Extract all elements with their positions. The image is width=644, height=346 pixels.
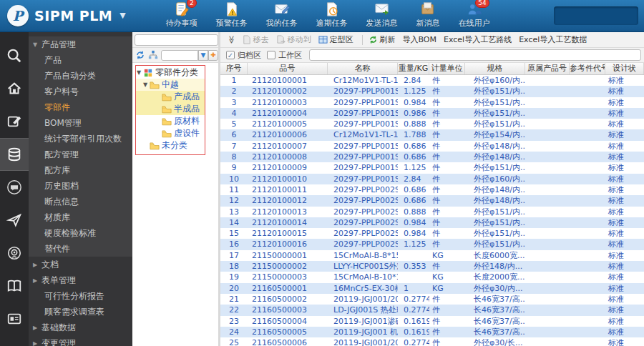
- table-row[interactable]: 162112010001620297-PPLP002S粗车坯料1.125件外径φ…: [220, 239, 644, 249]
- topbar-menu-warning-task[interactable]: 预警任务: [216, 1, 248, 29]
- table-row[interactable]: 42112010000420297-PPLP001S真空调质（...0.986件…: [220, 108, 644, 119]
- database-icon[interactable]: [0, 138, 29, 171]
- table-row[interactable]: 52112010000520297-PPLP001S磨加工半成...0.888件…: [220, 119, 644, 129]
- topbar-menu-new-message[interactable]: 新消息: [416, 1, 440, 29]
- quick-filter-input[interactable]: [309, 49, 641, 61]
- table-row[interactable]: 172115000000115CrMoAl-B-8*1500*6000KG长度6…: [220, 250, 644, 261]
- sidebar-item-断点信息[interactable]: 断点信息: [29, 194, 132, 209]
- tree-hierarchy-icon[interactable]: [148, 50, 158, 60]
- fixed-area-button[interactable]: 定型区: [318, 34, 353, 45]
- tree-filter-input[interactable]: [161, 50, 198, 61]
- sidebar-group-变更管理[interactable]: ▶变更管理: [29, 335, 132, 346]
- table-row[interactable]: 121120100001Cr12Mo1V1-TL-160/13（202...2.…: [220, 75, 644, 86]
- expand-arrow-icon[interactable]: ▼: [137, 69, 143, 76]
- column-header-设计状[interactable]: 设计状: [605, 63, 644, 74]
- table-row[interactable]: 132112010001320297-PPLP002S磨加工半成...0.888…: [220, 207, 644, 217]
- topbar-search-pill[interactable]: [554, 6, 638, 25]
- tree-node-未分类[interactable]: 未分类: [136, 139, 205, 152]
- sidebar-item-BOM管理[interactable]: BOM管理: [29, 115, 132, 131]
- table-row[interactable]: 82112010000820297-PPLP001S磨加工半成...0.686件…: [220, 152, 644, 162]
- table-row[interactable]: 192115000000315CrMoAl-B-10*1500*2000KG长度…: [220, 272, 644, 282]
- import-bom-button[interactable]: 导入BOM: [403, 34, 437, 45]
- home-icon[interactable]: [0, 72, 29, 105]
- table-row[interactable]: 22112010000220297-PPLP001S粗车坯料（...1.125件…: [220, 86, 644, 97]
- refresh-button[interactable]: 刷新: [369, 34, 396, 45]
- sidebar-group-产品管理[interactable]: ▼产品管理: [29, 36, 132, 52]
- sidebar-group-文档[interactable]: ▶文档: [29, 257, 132, 272]
- move-to-button[interactable]: 移动到: [276, 34, 311, 45]
- tree-node-虚设件[interactable]: 虚设件: [136, 127, 205, 139]
- table-row[interactable]: 152112010001520297-PPLP002S铣加工半成...0.984…: [220, 228, 644, 239]
- topbar-menu-online-users[interactable]: 54在线用户: [459, 1, 490, 29]
- sidebar-item-配方库[interactable]: 配方库: [29, 162, 132, 178]
- column-header-原属产品号[interactable]: 原属产品号: [525, 63, 570, 74]
- table-row[interactable]: 1821150000002LLYY-HCP001S外观检前（...0.353件外…: [220, 261, 644, 272]
- remove-button[interactable]: 移去: [242, 34, 269, 45]
- topbar-menu-overdue-task[interactable]: 逾期任务: [316, 1, 348, 29]
- tree-filter-add-button[interactable]: ✚: [208, 50, 218, 61]
- table-row[interactable]: 112112010001120297-PPLP002S外观检前磨...0.686…: [220, 184, 644, 195]
- tree-node-半成品[interactable]: 半成品: [136, 103, 205, 115]
- table-row[interactable]: 142112010001420297-PPLP002S真空调质（...0.984…: [220, 217, 644, 228]
- table-row[interactable]: 621120100006Cr12Mo1V1-TL-154/121.788件外径φ…: [220, 129, 644, 140]
- column-header-名称[interactable]: 名称: [328, 63, 398, 74]
- sidebar-group-表单管理[interactable]: ▶表单管理: [29, 272, 132, 288]
- send-plane-icon[interactable]: [0, 204, 29, 237]
- tree-node-产成品[interactable]: 产成品: [136, 91, 205, 103]
- sidebar-group-基础数据[interactable]: ▶基础数据: [29, 320, 132, 335]
- sidebar-item-客户料号[interactable]: 客户料号: [29, 84, 132, 99]
- table-row[interactable]: 92112010000920297-PPLP001S粗车坯料1.125件外径φ1…: [220, 162, 644, 173]
- book-icon[interactable]: [0, 270, 29, 302]
- tree-node-中越[interactable]: ▼中越: [136, 79, 205, 91]
- sidebar-item-零部件[interactable]: 零部件: [29, 99, 132, 115]
- column-header-品号[interactable]: 品号: [248, 63, 328, 74]
- table-row[interactable]: 72112010000720297-PPLP001S铣加工半成...0.686件…: [220, 141, 644, 152]
- topbar-menu-todo-clipboard[interactable]: 2待办事项: [166, 1, 197, 29]
- id-card-icon[interactable]: [0, 302, 29, 335]
- collapse-panel-icon[interactable]: ≫: [227, 36, 236, 44]
- app-logo[interactable]: P SIPM PLM ▼: [0, 5, 136, 26]
- column-header-参考件代号[interactable]: 参考件代号: [570, 63, 605, 74]
- sidebar-item-替代件[interactable]: 替代件: [29, 241, 132, 257]
- column-header-序号[interactable]: 序号: [220, 63, 248, 74]
- table-row[interactable]: 32112010000320297-PPLP001S铣加工半成...0.984件…: [220, 97, 644, 108]
- topbar-menu-my-task[interactable]: 我的任务: [266, 1, 298, 29]
- edit-icon[interactable]: [0, 105, 29, 138]
- table-row[interactable]: 122112010001220297-PPLP002S铣加工半成...0.686…: [220, 195, 644, 206]
- workspace-checkbox[interactable]: 工作区: [267, 50, 302, 61]
- topbar-menu-send-message[interactable]: 发送消息: [366, 1, 398, 29]
- tree-filter-down-button[interactable]: ▼: [198, 50, 208, 61]
- sidebar-item-可行性分析报告[interactable]: 可行性分析报告: [29, 288, 132, 304]
- sidebar-item-产品[interactable]: 产品: [29, 52, 132, 68]
- table-row[interactable]: 2221160500003LD-JGJ001S 热处理（外协）0.2774件长4…: [220, 305, 644, 315]
- sidebar-item-产品自动分类[interactable]: 产品自动分类: [29, 68, 132, 84]
- sidebar-item-硬度检验标准[interactable]: 硬度检验标准: [29, 225, 132, 241]
- column-header-重量/KG[interactable]: 重量/KG: [398, 63, 429, 74]
- table-row[interactable]: 242116050000520119-JGJ001 机加工0.1619件长46宽…: [220, 327, 644, 337]
- tree-refresh-icon[interactable]: [135, 50, 145, 60]
- table-row[interactable]: 252116050000620119-JGJ001/20119-JGJ0130.…: [220, 337, 644, 346]
- archive-checkbox[interactable]: ✓ 归档区: [226, 50, 261, 61]
- table-row[interactable]: 202116050000116MnCr5-EX-30棒料1KG外径φ30/内..…: [220, 283, 644, 294]
- broadcast-icon[interactable]: [0, 237, 29, 270]
- sidebar-item-配方管理[interactable]: 配方管理: [29, 147, 132, 162]
- table-cell: [570, 327, 605, 337]
- sidebar-item-历史图档[interactable]: 历史图档: [29, 178, 132, 194]
- table-row[interactable]: 212116050000220119-JGJ001/20119-JGJ013..…: [220, 294, 644, 305]
- table-cell: 外径φ148/内...: [465, 184, 525, 195]
- tree-node-原材料[interactable]: 原材料: [136, 115, 205, 127]
- sidebar-item-统计零部件引用次数[interactable]: 统计零部件引用次数: [29, 131, 132, 147]
- column-header-规格[interactable]: 规格: [465, 63, 525, 74]
- tree-node-零部件分类[interactable]: ▼零部件分类: [136, 66, 205, 79]
- expand-arrow-icon[interactable]: ▼: [143, 81, 150, 88]
- excel-import-route-button[interactable]: Excel导入工艺路线: [444, 34, 512, 45]
- chat-icon[interactable]: [0, 171, 29, 204]
- excel-import-data-button[interactable]: Excel导入工艺数据: [519, 34, 587, 45]
- table-row[interactable]: 102112010001020297-PPLP001S/20297-PPL...…: [220, 174, 644, 184]
- column-header-计量单位[interactable]: 计量单位: [429, 63, 465, 74]
- sipm-search-icon[interactable]: [0, 39, 29, 72]
- sidebar-item-顾客需求调查表[interactable]: 顾客需求调查表: [29, 304, 132, 320]
- tree-search-input[interactable]: [135, 34, 218, 46]
- table-row[interactable]: 232116050000420119-JGJ001渗碳后（外协）0.1619件长…: [220, 316, 644, 327]
- sidebar-item-材质库[interactable]: 材质库: [29, 209, 132, 225]
